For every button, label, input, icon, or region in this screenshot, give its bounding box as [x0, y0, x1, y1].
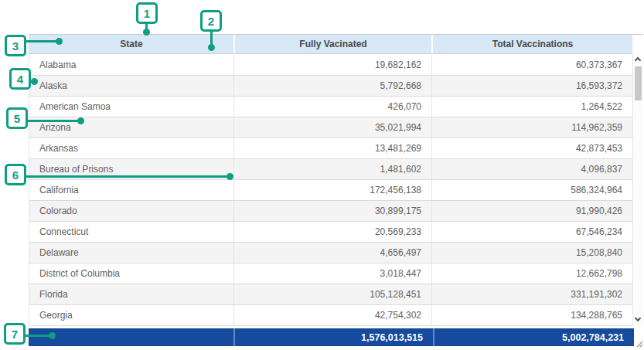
- table-header-row: State Fully Vacinated Total Vaccinations: [29, 35, 632, 54]
- fully-vacinated-cell: 105,128,451: [233, 284, 431, 304]
- table-row[interactable]: District of Columbia 3,018,447 12,662,79…: [29, 263, 632, 284]
- table-row[interactable]: California 172,456,138 586,324,964: [29, 180, 632, 201]
- summary-fully-vacinated-value: 1,576,013,515: [233, 328, 433, 346]
- state-cell: Connecticut: [29, 222, 233, 242]
- table-row[interactable]: Arizona 35,021,994 114,962,359: [29, 117, 632, 138]
- fully-vacinated-cell: 5,792,668: [233, 76, 431, 96]
- total-vaccinations-cell: 331,191,302: [431, 284, 632, 304]
- summary-total-vaccinations-value: 5,002,784,231: [433, 328, 634, 346]
- callout-1: 1: [136, 2, 158, 24]
- fully-vacinated-cell: 4,656,497: [233, 243, 431, 263]
- callout-2: 2: [200, 10, 222, 32]
- total-vaccinations-cell: 586,324,964: [431, 180, 632, 200]
- total-vaccinations-cell: 91,990,426: [431, 201, 632, 221]
- state-cell: Alabama: [29, 55, 233, 75]
- total-vaccinations-cell: 16,593,372: [431, 76, 632, 96]
- table-row[interactable]: Florida 105,128,451 331,191,302: [29, 284, 632, 305]
- column-header-total-vaccinations[interactable]: Total Vaccinations: [431, 35, 632, 53]
- vertical-scrollbar[interactable]: [632, 54, 643, 325]
- resize-grip-icon[interactable]: [635, 340, 643, 348]
- callout-line: [24, 335, 50, 337]
- callout-7: 7: [4, 323, 26, 345]
- callout-line: [26, 120, 79, 122]
- table-row[interactable]: Alabama 19,682,162 60,373,367: [29, 55, 632, 76]
- callout-dot: [49, 332, 56, 339]
- state-cell: District of Columbia: [29, 263, 233, 284]
- scroll-down-button[interactable]: [633, 314, 644, 325]
- state-cell: American Samoa: [29, 97, 233, 117]
- table-row[interactable]: Delaware 4,656,497 15,208,840: [29, 243, 632, 263]
- scroll-up-button[interactable]: [633, 54, 644, 65]
- chevron-up-icon: [635, 57, 641, 63]
- table-row[interactable]: Arkansas 13,481,269 42,873,453: [29, 138, 632, 159]
- summary-state-cell: [29, 328, 233, 346]
- state-cell: California: [29, 180, 233, 200]
- callout-label: 6: [12, 168, 19, 182]
- table-row[interactable]: Colorado 30,899,175 91,990,426: [29, 201, 632, 222]
- callout-label: 1: [144, 7, 150, 20]
- annotated-table-screenshot: State Fully Vacinated Total Vaccinations…: [0, 0, 644, 350]
- table-row[interactable]: Alaska 5,792,668 16,593,372: [29, 76, 632, 97]
- fully-vacinated-cell: 20,569,233: [233, 222, 431, 242]
- callout-label: 5: [14, 112, 20, 125]
- table-row[interactable]: Georgia 42,754,302 134,288,765: [29, 305, 632, 326]
- state-cell: Delaware: [29, 243, 233, 263]
- total-vaccinations-cell: 1,264,522: [431, 97, 632, 117]
- callout-dot: [143, 29, 150, 36]
- total-vaccinations-cell: 134,288,765: [431, 305, 632, 325]
- total-vaccinations-cell: 4,096,837: [431, 159, 632, 179]
- callout-3: 3: [5, 35, 26, 56]
- fully-vacinated-cell: 35,021,994: [233, 117, 431, 138]
- fully-vacinated-cell: 3,018,447: [233, 263, 431, 284]
- callout-5: 5: [6, 107, 28, 129]
- scrollbar-thumb[interactable]: [635, 66, 642, 100]
- callout-dot: [227, 173, 233, 180]
- callout-dot: [77, 117, 84, 124]
- callout-label: 3: [12, 39, 19, 53]
- chevron-down-icon: [635, 315, 641, 321]
- total-vaccinations-cell: 42,873,453: [431, 138, 632, 158]
- callout-line: [25, 175, 228, 178]
- callout-4: 4: [9, 68, 31, 90]
- total-vaccinations-cell: 114,962,359: [431, 117, 632, 138]
- callout-label: 2: [208, 15, 214, 28]
- fully-vacinated-cell: 42,754,302: [233, 305, 431, 325]
- state-cell: Arkansas: [29, 138, 233, 158]
- fully-vacinated-cell: 19,682,162: [233, 55, 431, 75]
- table-row[interactable]: Connecticut 20,569,233 67,546,234: [29, 222, 632, 243]
- state-cell: Georgia: [29, 305, 233, 325]
- total-vaccinations-cell: 67,546,234: [431, 222, 632, 242]
- state-cell: Colorado: [29, 201, 233, 221]
- fully-vacinated-cell: 1,481,602: [233, 159, 431, 179]
- fully-vacinated-cell: 172,456,138: [233, 180, 431, 200]
- callout-dot: [208, 44, 215, 51]
- fully-vacinated-cell: 426,070: [233, 97, 431, 117]
- callout-line: [25, 40, 57, 42]
- callout-6: 6: [5, 164, 26, 185]
- table-body: Alabama 19,682,162 60,373,367 Alaska 5,7…: [29, 55, 632, 326]
- fully-vacinated-cell: 13,481,269: [233, 138, 431, 158]
- callout-label: 4: [17, 73, 23, 86]
- state-cell: Florida: [29, 284, 233, 304]
- state-cell: Alaska: [29, 76, 233, 96]
- callout-label: 7: [12, 328, 18, 341]
- total-vaccinations-cell: 60,373,367: [431, 55, 632, 75]
- callout-dot: [56, 38, 63, 45]
- fully-vacinated-cell: 30,899,175: [233, 201, 431, 221]
- total-vaccinations-cell: 15,208,840: [431, 243, 632, 263]
- callout-dot: [31, 78, 38, 85]
- table-row[interactable]: American Samoa 426,070 1,264,522: [29, 97, 632, 117]
- summary-row: 1,576,013,515 5,002,784,231: [29, 328, 634, 346]
- total-vaccinations-cell: 12,662,798: [431, 263, 632, 284]
- column-header-fully-vacinated[interactable]: Fully Vacinated: [233, 35, 431, 53]
